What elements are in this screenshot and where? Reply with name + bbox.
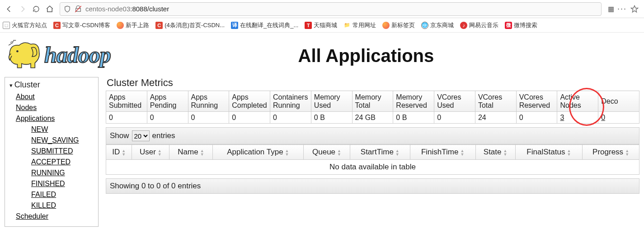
sidebar-link[interactable]: Scheduler: [16, 211, 94, 222]
apps-header[interactable]: Name▲▼: [169, 145, 212, 160]
more-icon[interactable]: ···: [617, 4, 627, 14]
metrics-cell: 0: [516, 112, 557, 124]
browser-toolbar: centos-node03:8088/cluster ▦ ···: [0, 0, 644, 18]
reload-button[interactable]: [30, 3, 42, 15]
forward-button[interactable]: [16, 3, 29, 15]
sidebar-sublink[interactable]: FINISHED: [31, 178, 94, 189]
cluster-metrics-table: AppsSubmittedAppsPendingAppsRunningAppsC…: [106, 91, 639, 124]
url-bar[interactable]: centos-node03:8088/cluster: [60, 2, 602, 16]
bookmark-item[interactable]: 译在线翻译_在线词典_...: [231, 21, 298, 29]
bookmark-item[interactable]: 🌐京东商城: [421, 21, 454, 29]
sidebar: Cluster AboutNodesApplicationsNEWNEW_SAV…: [5, 77, 99, 227]
metrics-cell: 0: [229, 112, 270, 124]
url-text: centos-node03:8088/cluster: [85, 5, 597, 13]
bookmark-item[interactable]: 📁常用网址: [343, 21, 376, 29]
apps-header[interactable]: FinalStatus▲▼: [515, 145, 583, 160]
metrics-cell: 0: [434, 112, 475, 124]
elephant-icon: [6, 39, 42, 71]
metrics-cell: 0: [106, 112, 147, 124]
apps-header[interactable]: Progress▲▼: [583, 145, 639, 160]
page-length-select[interactable]: 20: [132, 130, 150, 141]
bookmark-item[interactable]: 新标签页: [382, 21, 415, 29]
apps-header[interactable]: FinishTime▲▼: [410, 145, 475, 160]
table-empty-message: No data available in table: [106, 160, 639, 175]
apps-header[interactable]: ID▲▼: [106, 145, 132, 160]
sidebar-sublink[interactable]: RUNNING: [31, 168, 94, 178]
sidebar-section-title[interactable]: Cluster: [9, 80, 94, 91]
sidebar-sublink[interactable]: NEW: [31, 124, 94, 135]
sidebar-sublink[interactable]: NEW_SAVING: [31, 135, 94, 146]
cluster-metrics-title: Cluster Metrics: [107, 77, 639, 89]
bookmark-item[interactable]: ♪网易云音乐: [460, 21, 498, 29]
svg-point-1: [16, 50, 19, 53]
sidebar-sublink[interactable]: FAILED: [31, 189, 94, 200]
metrics-cell: 0: [147, 112, 188, 124]
metrics-header: AppsPending: [147, 91, 188, 112]
show-prefix: Show: [110, 131, 129, 140]
metrics-cell: 24 GB: [352, 112, 393, 124]
main-content: Cluster Metrics AppsSubmittedAppsPending…: [106, 77, 639, 194]
metrics-cell: 0: [188, 112, 229, 124]
apps-header[interactable]: StartTime▲▼: [350, 145, 410, 160]
sidebar-sublink[interactable]: SUBMITTED: [31, 146, 94, 157]
metrics-header: ActiveNodes: [557, 91, 598, 112]
home-button[interactable]: [43, 3, 56, 15]
bookmark-item[interactable]: C写文章-CSDN博客: [53, 21, 110, 29]
metrics-header: MemoryReserved: [393, 91, 434, 112]
metrics-header: MemoryTotal: [352, 91, 393, 112]
page-body: hadoop All Applications Cluster AboutNod…: [0, 33, 644, 230]
page-title: All Applications: [111, 46, 639, 66]
sidebar-link[interactable]: Nodes: [16, 102, 94, 113]
metrics-cell: 24: [475, 112, 516, 124]
qr-icon[interactable]: ▦: [608, 5, 614, 13]
insecure-lock-icon: [75, 5, 82, 13]
metrics-cell: 0 B: [311, 112, 352, 124]
sidebar-link[interactable]: About: [16, 91, 94, 102]
metrics-header: AppsCompleted: [229, 91, 270, 112]
metrics-cell[interactable]: 3: [557, 112, 598, 124]
metrics-cell: 0: [270, 112, 311, 124]
shield-icon: [64, 5, 71, 13]
hadoop-logo: hadoop: [5, 37, 111, 74]
metrics-header: VCoresReserved: [516, 91, 557, 112]
bookmark-item[interactable]: 新手上路: [117, 21, 149, 29]
applications-table: ID▲▼User▲▼Name▲▼Application Type▲▼Queue▲…: [106, 144, 639, 175]
apps-header[interactable]: State▲▼: [475, 145, 515, 160]
apps-header[interactable]: Queue▲▼: [304, 145, 350, 160]
metrics-header: AppsSubmitted: [106, 91, 147, 112]
metrics-header: VCoresUsed: [434, 91, 475, 112]
metrics-header: Deco: [598, 91, 639, 112]
sidebar-sublink[interactable]: ACCEPTED: [31, 157, 94, 168]
bookmarks-bar: □火狐官方站点C写文章-CSDN博客新手上路C(4条消息)首页-CSDN...译…: [0, 18, 644, 33]
bookmark-item[interactable]: T天猫商城: [305, 21, 337, 29]
metrics-header: ContainersRunning: [270, 91, 311, 112]
metrics-header: AppsRunning: [188, 91, 229, 112]
bookmark-item[interactable]: 微微博搜索: [505, 21, 537, 29]
show-suffix: entries: [152, 131, 175, 140]
metrics-cell[interactable]: 0: [598, 112, 639, 124]
sidebar-sublink[interactable]: KILLED: [31, 200, 94, 211]
bookmark-item[interactable]: □火狐官方站点: [3, 21, 47, 29]
apps-header[interactable]: User▲▼: [132, 145, 169, 160]
bookmark-star-icon[interactable]: [630, 5, 639, 13]
datatable-length-bar: Show 20 entries: [106, 127, 639, 144]
back-button[interactable]: [3, 3, 15, 15]
metrics-header: MemoryUsed: [311, 91, 352, 112]
metrics-cell: 0 B: [393, 112, 434, 124]
apps-header[interactable]: Application Type▲▼: [212, 145, 303, 160]
bookmark-item[interactable]: C(4条消息)首页-CSDN...: [155, 21, 225, 29]
sidebar-link[interactable]: Applications: [16, 113, 94, 124]
metrics-header: VCoresTotal: [475, 91, 516, 112]
datatable-info-bar: Showing 0 to 0 of 0 entries: [106, 178, 639, 194]
